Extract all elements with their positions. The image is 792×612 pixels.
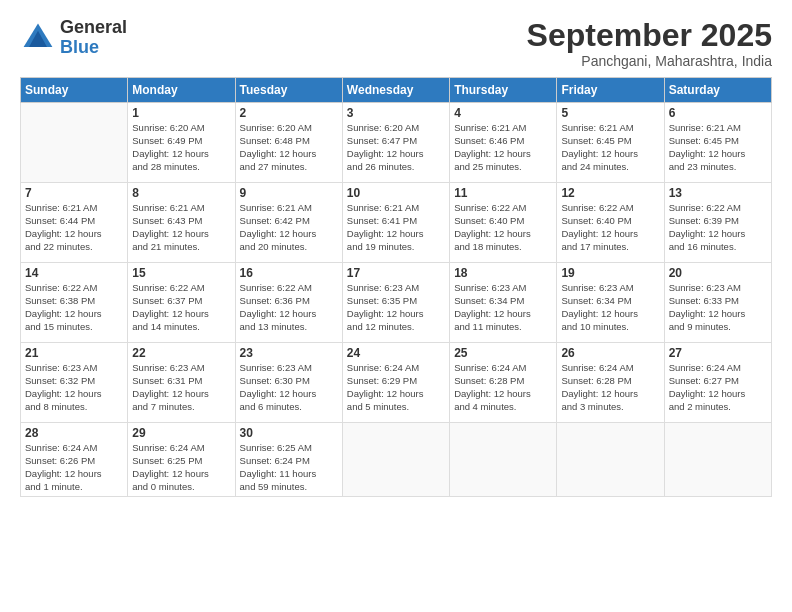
logo-blue-text: Blue [60,38,127,58]
table-row: 15Sunrise: 6:22 AM Sunset: 6:37 PM Dayli… [128,263,235,343]
day-number: 24 [347,346,445,360]
day-info: Sunrise: 6:24 AM Sunset: 6:27 PM Dayligh… [669,362,767,413]
day-info: Sunrise: 6:23 AM Sunset: 6:35 PM Dayligh… [347,282,445,333]
day-number: 2 [240,106,338,120]
table-row: 9Sunrise: 6:21 AM Sunset: 6:42 PM Daylig… [235,183,342,263]
table-row: 18Sunrise: 6:23 AM Sunset: 6:34 PM Dayli… [450,263,557,343]
table-row: 20Sunrise: 6:23 AM Sunset: 6:33 PM Dayli… [664,263,771,343]
table-row: 28Sunrise: 6:24 AM Sunset: 6:26 PM Dayli… [21,423,128,497]
table-row: 25Sunrise: 6:24 AM Sunset: 6:28 PM Dayli… [450,343,557,423]
table-row [21,103,128,183]
day-number: 16 [240,266,338,280]
day-info: Sunrise: 6:22 AM Sunset: 6:38 PM Dayligh… [25,282,123,333]
table-row: 6Sunrise: 6:21 AM Sunset: 6:45 PM Daylig… [664,103,771,183]
day-info: Sunrise: 6:20 AM Sunset: 6:47 PM Dayligh… [347,122,445,173]
table-row: 21Sunrise: 6:23 AM Sunset: 6:32 PM Dayli… [21,343,128,423]
table-row: 29Sunrise: 6:24 AM Sunset: 6:25 PM Dayli… [128,423,235,497]
day-info: Sunrise: 6:23 AM Sunset: 6:34 PM Dayligh… [454,282,552,333]
day-number: 11 [454,186,552,200]
day-number: 28 [25,426,123,440]
col-saturday: Saturday [664,78,771,103]
day-info: Sunrise: 6:24 AM Sunset: 6:26 PM Dayligh… [25,442,123,493]
day-number: 29 [132,426,230,440]
day-info: Sunrise: 6:20 AM Sunset: 6:48 PM Dayligh… [240,122,338,173]
table-row: 23Sunrise: 6:23 AM Sunset: 6:30 PM Dayli… [235,343,342,423]
title-block: September 2025 Panchgani, Maharashtra, I… [527,18,772,69]
col-tuesday: Tuesday [235,78,342,103]
day-info: Sunrise: 6:22 AM Sunset: 6:40 PM Dayligh… [454,202,552,253]
day-info: Sunrise: 6:22 AM Sunset: 6:37 PM Dayligh… [132,282,230,333]
table-row: 24Sunrise: 6:24 AM Sunset: 6:29 PM Dayli… [342,343,449,423]
day-info: Sunrise: 6:22 AM Sunset: 6:36 PM Dayligh… [240,282,338,333]
table-row: 1Sunrise: 6:20 AM Sunset: 6:49 PM Daylig… [128,103,235,183]
logo-icon [20,20,56,56]
day-number: 21 [25,346,123,360]
table-row: 14Sunrise: 6:22 AM Sunset: 6:38 PM Dayli… [21,263,128,343]
day-number: 20 [669,266,767,280]
table-row: 13Sunrise: 6:22 AM Sunset: 6:39 PM Dayli… [664,183,771,263]
col-sunday: Sunday [21,78,128,103]
table-row: 4Sunrise: 6:21 AM Sunset: 6:46 PM Daylig… [450,103,557,183]
day-number: 22 [132,346,230,360]
day-number: 30 [240,426,338,440]
table-row: 8Sunrise: 6:21 AM Sunset: 6:43 PM Daylig… [128,183,235,263]
day-number: 10 [347,186,445,200]
table-row [557,423,664,497]
table-row [342,423,449,497]
calendar-header-row: Sunday Monday Tuesday Wednesday Thursday… [21,78,772,103]
day-info: Sunrise: 6:22 AM Sunset: 6:39 PM Dayligh… [669,202,767,253]
day-number: 19 [561,266,659,280]
logo-general-text: General [60,18,127,38]
day-info: Sunrise: 6:21 AM Sunset: 6:45 PM Dayligh… [669,122,767,173]
day-info: Sunrise: 6:21 AM Sunset: 6:41 PM Dayligh… [347,202,445,253]
calendar-table: Sunday Monday Tuesday Wednesday Thursday… [20,77,772,497]
day-info: Sunrise: 6:25 AM Sunset: 6:24 PM Dayligh… [240,442,338,493]
table-row: 17Sunrise: 6:23 AM Sunset: 6:35 PM Dayli… [342,263,449,343]
day-info: Sunrise: 6:24 AM Sunset: 6:28 PM Dayligh… [454,362,552,413]
day-info: Sunrise: 6:21 AM Sunset: 6:44 PM Dayligh… [25,202,123,253]
day-number: 23 [240,346,338,360]
table-row: 5Sunrise: 6:21 AM Sunset: 6:45 PM Daylig… [557,103,664,183]
day-number: 13 [669,186,767,200]
table-row: 3Sunrise: 6:20 AM Sunset: 6:47 PM Daylig… [342,103,449,183]
day-number: 6 [669,106,767,120]
table-row: 16Sunrise: 6:22 AM Sunset: 6:36 PM Dayli… [235,263,342,343]
day-number: 14 [25,266,123,280]
day-number: 27 [669,346,767,360]
table-row: 27Sunrise: 6:24 AM Sunset: 6:27 PM Dayli… [664,343,771,423]
day-info: Sunrise: 6:23 AM Sunset: 6:30 PM Dayligh… [240,362,338,413]
month-title: September 2025 [527,18,772,53]
day-info: Sunrise: 6:23 AM Sunset: 6:33 PM Dayligh… [669,282,767,333]
col-monday: Monday [128,78,235,103]
day-number: 5 [561,106,659,120]
location: Panchgani, Maharashtra, India [527,53,772,69]
table-row [664,423,771,497]
header: General Blue September 2025 Panchgani, M… [20,18,772,69]
day-info: Sunrise: 6:20 AM Sunset: 6:49 PM Dayligh… [132,122,230,173]
day-number: 25 [454,346,552,360]
table-row: 30Sunrise: 6:25 AM Sunset: 6:24 PM Dayli… [235,423,342,497]
day-info: Sunrise: 6:24 AM Sunset: 6:28 PM Dayligh… [561,362,659,413]
day-number: 9 [240,186,338,200]
day-info: Sunrise: 6:23 AM Sunset: 6:32 PM Dayligh… [25,362,123,413]
day-number: 18 [454,266,552,280]
logo: General Blue [20,18,127,58]
day-number: 26 [561,346,659,360]
col-thursday: Thursday [450,78,557,103]
table-row: 7Sunrise: 6:21 AM Sunset: 6:44 PM Daylig… [21,183,128,263]
day-info: Sunrise: 6:21 AM Sunset: 6:43 PM Dayligh… [132,202,230,253]
day-number: 15 [132,266,230,280]
table-row: 19Sunrise: 6:23 AM Sunset: 6:34 PM Dayli… [557,263,664,343]
table-row: 12Sunrise: 6:22 AM Sunset: 6:40 PM Dayli… [557,183,664,263]
table-row: 22Sunrise: 6:23 AM Sunset: 6:31 PM Dayli… [128,343,235,423]
day-info: Sunrise: 6:21 AM Sunset: 6:42 PM Dayligh… [240,202,338,253]
day-info: Sunrise: 6:21 AM Sunset: 6:46 PM Dayligh… [454,122,552,173]
table-row: 26Sunrise: 6:24 AM Sunset: 6:28 PM Dayli… [557,343,664,423]
day-number: 1 [132,106,230,120]
day-number: 4 [454,106,552,120]
day-info: Sunrise: 6:24 AM Sunset: 6:29 PM Dayligh… [347,362,445,413]
table-row: 10Sunrise: 6:21 AM Sunset: 6:41 PM Dayli… [342,183,449,263]
table-row [450,423,557,497]
day-info: Sunrise: 6:23 AM Sunset: 6:34 PM Dayligh… [561,282,659,333]
day-info: Sunrise: 6:21 AM Sunset: 6:45 PM Dayligh… [561,122,659,173]
